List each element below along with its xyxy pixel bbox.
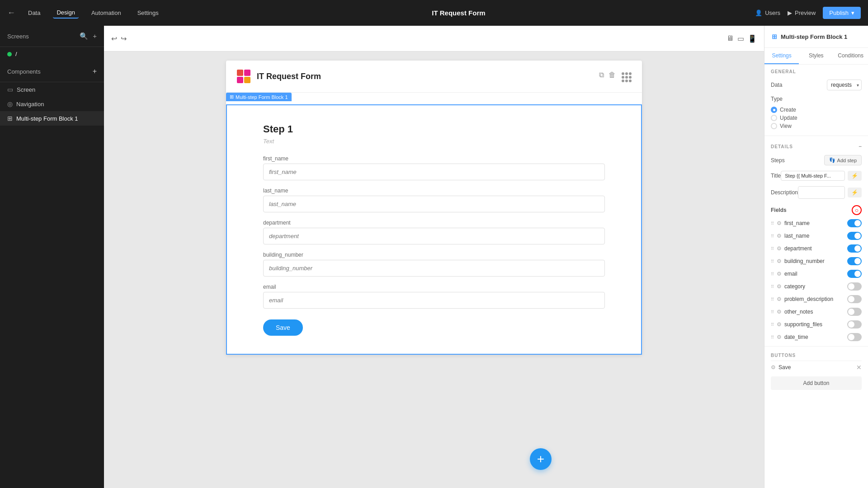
drag-handle-last-name[interactable]: ⠿ [771,234,774,239]
desktop-view-button[interactable]: 🖥 [726,34,734,43]
gear-icon-problem-description[interactable]: ⚙ [777,296,782,302]
drag-handle-department[interactable]: ⠿ [771,246,774,251]
tab-styles[interactable]: Styles [799,48,833,64]
toggle-building-number[interactable] [847,257,862,265]
title-input[interactable] [781,171,845,181]
preview-button[interactable]: ▶ Preview [788,9,816,16]
gear-icon-first-name[interactable]: ⚙ [777,220,782,226]
field-input-last-name[interactable] [263,196,605,212]
copy-icon[interactable]: ⧉ [599,71,604,82]
gear-icon-building-number[interactable]: ⚙ [777,258,782,264]
nav-settings[interactable]: Settings [134,8,162,18]
toggle-problem-description[interactable] [847,295,862,303]
gear-icon-department[interactable]: ⚙ [777,245,782,252]
canvas-area: IT Request Form ⧉ 🗑 ⊞ [104,52,764,488]
drag-handle-email[interactable]: ⠿ [771,272,774,277]
gear-icon-other-notes[interactable]: ⚙ [777,309,782,315]
nav-data[interactable]: Data [24,8,44,18]
nav-automation[interactable]: Automation [88,8,125,18]
type-view[interactable]: View [771,123,862,129]
add-button-button[interactable]: Add button [771,376,862,390]
type-update[interactable]: Update [771,115,862,121]
tab-conditions[interactable]: Conditions [833,48,868,64]
mobile-view-button[interactable]: 📱 [748,34,757,43]
form-canvas: IT Request Form ⧉ 🗑 ⊞ [226,61,642,355]
toggle-last-name[interactable] [847,232,862,240]
drag-handle-other-notes[interactable]: ⠿ [771,310,774,314]
buttons-section: Buttons ⚙ Save ✕ Add button [764,349,868,392]
nav-design[interactable]: Design [53,7,78,19]
screen-item-root[interactable]: / [0,47,104,61]
drag-handle-category[interactable]: ⠿ [771,284,774,289]
toggle-department[interactable] [847,244,862,253]
title-lightning-button[interactable]: ⚡ [848,171,862,181]
field-input-building-number[interactable] [263,260,605,277]
fields-add-button[interactable]: ○ [852,205,862,215]
toggle-first-name[interactable] [847,219,862,227]
field-input-department[interactable] [263,228,605,244]
toggle-date-time[interactable] [847,333,862,341]
field-input-first-name[interactable] [263,164,605,180]
type-create[interactable]: Create [771,107,862,113]
drag-handle-problem-description[interactable]: ⠿ [771,297,774,302]
details-collapse-icon[interactable]: − [859,143,862,150]
add-component-icon[interactable]: + [93,67,97,75]
gear-icon-email[interactable]: ⚙ [777,271,782,277]
gear-icon-date-time[interactable]: ⚙ [777,334,782,340]
components-section-header: Components + [0,61,104,82]
toggle-email[interactable] [847,270,862,278]
drag-handle-first-name[interactable]: ⠿ [771,221,774,226]
form-save-button[interactable]: Save [263,319,303,336]
search-icon[interactable]: 🔍 [80,32,88,40]
tablet-view-button[interactable]: ▭ [737,34,744,43]
drag-handle-building-number[interactable]: ⠿ [771,259,774,264]
users-label: Users [765,9,780,16]
grid-menu-icon[interactable] [620,71,631,82]
type-radio-group: Create Update View [764,105,868,133]
users-button[interactable]: 👤 Users [755,9,780,16]
gear-icon-category[interactable]: ⚙ [777,283,782,290]
form-block-wrapper: ⊞ Multi-step Form Block 1 Step 1 Text fi… [226,104,642,355]
data-prop-label: Data [771,82,782,88]
delete-icon[interactable]: 🗑 [609,71,616,82]
logo-block-pink [244,70,250,76]
sidebar-tabs: Settings Styles Conditions [764,48,868,65]
data-select[interactable]: requests [827,80,862,90]
screens-label: Screens [7,33,29,40]
tab-settings[interactable]: Settings [764,48,799,64]
gear-icon-last-name[interactable]: ⚙ [777,233,782,239]
field-input-email[interactable] [263,292,605,309]
view-mode-icons: 🖥 ▭ 📱 [726,34,757,43]
toggle-category[interactable] [847,282,862,291]
button-gear-icon-save[interactable]: ⚙ [771,364,776,371]
field-last-name: last_name [263,188,605,212]
type-prop-row: Type [764,93,868,105]
description-lightning-button[interactable]: ⚡ [848,188,862,197]
component-navigation[interactable]: ◎ Navigation [0,97,104,111]
undo-button[interactable]: ↩ [111,34,117,43]
button-remove-save[interactable]: ✕ [856,364,862,371]
description-input[interactable] [798,186,845,199]
fields-section-header: Fields ○ [764,202,868,217]
drag-handle-date-time[interactable]: ⠿ [771,335,774,340]
add-screen-icon[interactable]: + [93,32,97,40]
component-multistep-form[interactable]: ⊞ Multi-step Form Block 1 [0,111,104,126]
publish-button[interactable]: Publish ▾ [823,7,861,19]
field-name-last-name: last_name [784,233,844,239]
screen-comp-icon: ▭ [7,86,13,93]
redo-button[interactable]: ↪ [121,34,127,43]
field-row-first-name: ⠿ ⚙ first_name [764,217,868,230]
screen-active-dot [7,52,12,56]
add-step-button[interactable]: 👣 Add step [824,155,862,165]
back-button[interactable]: ← [7,8,15,18]
drag-handle-supporting-files[interactable]: ⠿ [771,322,774,327]
toggle-other-notes[interactable] [847,308,862,316]
component-screen[interactable]: ▭ Screen [0,82,104,97]
field-name-category: category [784,283,844,290]
fab-add-button[interactable]: + [530,448,552,470]
type-prop-label: Type [771,96,783,102]
gear-icon-supporting-files[interactable]: ⚙ [777,321,782,328]
field-row-category: ⠿ ⚙ category [764,280,868,293]
toggle-supporting-files[interactable] [847,320,862,328]
type-view-dot [771,123,777,129]
